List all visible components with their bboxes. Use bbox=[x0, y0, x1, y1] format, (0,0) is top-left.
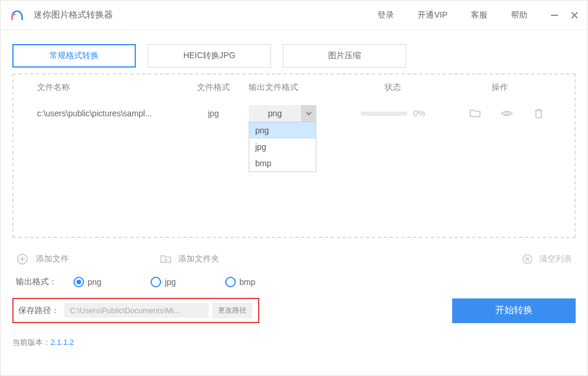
clear-x-icon bbox=[522, 253, 533, 265]
tabs: 常规格式转换 HEIC转换JPG 图片压缩 bbox=[12, 44, 576, 68]
save-path-label: 保存路径： bbox=[18, 306, 59, 316]
progress: 0% bbox=[337, 109, 449, 118]
output-format-radios: 输出格式： png jpg bmp bbox=[12, 270, 576, 294]
tab-image-compress[interactable]: 图片压缩 bbox=[283, 44, 406, 68]
col-header-output: 输出文件格式 bbox=[249, 82, 337, 93]
main-content: 常规格式转换 HEIC转换JPG 图片压缩 文件名称 文件格式 输出文件格式 状… bbox=[1, 30, 587, 329]
radio-circle-icon bbox=[225, 277, 236, 287]
output-format-label: 输出格式： bbox=[16, 277, 57, 287]
radio-png-label: png bbox=[88, 277, 101, 287]
cell-ops bbox=[449, 107, 551, 120]
radio-jpg-label: jpg bbox=[165, 277, 176, 287]
select-label: png bbox=[249, 109, 301, 118]
plus-circle-icon bbox=[16, 253, 29, 266]
cell-output-format: png png jpg bmp bbox=[249, 105, 337, 122]
add-file-label: 添加文件 bbox=[36, 254, 69, 264]
close-icon[interactable] bbox=[570, 11, 579, 20]
radio-circle-icon bbox=[74, 277, 84, 287]
progress-bar bbox=[360, 112, 407, 116]
footer: 当前版本：2.1.1.2 bbox=[1, 329, 587, 356]
nav-support[interactable]: 客服 bbox=[471, 10, 487, 21]
save-path-highlight: 保存路径： C:\Users\Public\Documents\Mi... 更改… bbox=[12, 298, 259, 323]
save-path-value[interactable]: C:\Users\Public\Documents\Mi... bbox=[64, 303, 209, 318]
change-path-button[interactable]: 更改路径 bbox=[212, 303, 252, 318]
progress-text: 0% bbox=[413, 109, 425, 118]
col-header-format: 文件格式 bbox=[178, 82, 249, 93]
window-controls bbox=[550, 11, 579, 20]
col-header-status: 状态 bbox=[337, 82, 449, 93]
toolbar: 添加文件 添加文件夹 清空列表 bbox=[12, 249, 576, 270]
version-number: 2.1.1.2 bbox=[51, 338, 74, 347]
minimize-icon[interactable] bbox=[550, 11, 559, 20]
radio-bmp[interactable]: bmp bbox=[225, 277, 255, 287]
open-folder-icon[interactable] bbox=[469, 107, 482, 120]
radio-jpg[interactable]: jpg bbox=[151, 277, 176, 287]
add-file-button[interactable]: 添加文件 bbox=[16, 253, 69, 266]
clear-list-label: 清空列表 bbox=[539, 254, 572, 264]
svg-point-3 bbox=[505, 112, 509, 115]
dropdown-option-jpg[interactable]: jpg bbox=[249, 139, 316, 155]
cell-status: 0% bbox=[337, 109, 449, 118]
tab-normal-convert[interactable]: 常规格式转换 bbox=[12, 44, 136, 68]
tab-heic-to-jpg[interactable]: HEIC转换JPG bbox=[148, 44, 271, 68]
app-title: 迷你图片格式转换器 bbox=[34, 9, 113, 21]
folder-plus-icon bbox=[159, 253, 172, 266]
dropdown-option-bmp[interactable]: bmp bbox=[249, 155, 316, 172]
nav-login[interactable]: 登录 bbox=[377, 10, 394, 21]
radio-png[interactable]: png bbox=[74, 277, 101, 287]
table-header: 文件名称 文件格式 输出文件格式 状态 操作 bbox=[14, 75, 574, 100]
save-path-row: 保存路径： C:\Users\Public\Documents\Mi... 更改… bbox=[12, 298, 576, 323]
cell-format: jpg bbox=[178, 109, 249, 118]
add-folder-button[interactable]: 添加文件夹 bbox=[159, 253, 219, 266]
output-format-dropdown: png jpg bmp bbox=[249, 122, 316, 172]
file-drop-zone: 文件名称 文件格式 输出文件格式 状态 操作 c:\users\public\p… bbox=[12, 73, 576, 238]
delete-trash-icon[interactable] bbox=[532, 107, 545, 120]
add-folder-label: 添加文件夹 bbox=[178, 254, 219, 264]
nav-help[interactable]: 帮助 bbox=[511, 10, 527, 21]
col-header-ops: 操作 bbox=[449, 82, 551, 93]
dropdown-option-png[interactable]: png bbox=[249, 122, 316, 139]
cell-filename: c:\users\public\pictures\sampl... bbox=[37, 109, 178, 118]
table-row: c:\users\public\pictures\sampl... jpg pn… bbox=[14, 100, 574, 126]
col-header-name: 文件名称 bbox=[37, 82, 178, 93]
output-format-select[interactable]: png bbox=[249, 105, 316, 122]
start-convert-button[interactable]: 开始转换 bbox=[452, 298, 576, 323]
nav-vip[interactable]: 开通VIP bbox=[417, 10, 447, 21]
radio-bmp-label: bmp bbox=[239, 277, 255, 287]
clear-list-button[interactable]: 清空列表 bbox=[522, 253, 572, 265]
version-label: 当前版本： bbox=[12, 338, 51, 347]
chevron-down-icon bbox=[301, 105, 316, 122]
preview-eye-icon[interactable] bbox=[500, 107, 513, 120]
titlebar: 迷你图片格式转换器 登录 开通VIP 客服 帮助 bbox=[1, 1, 587, 30]
app-logo bbox=[9, 7, 25, 24]
radio-circle-icon bbox=[151, 277, 161, 287]
